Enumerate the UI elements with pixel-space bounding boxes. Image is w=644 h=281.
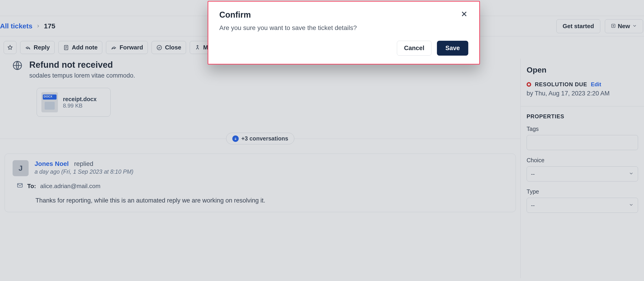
cancel-button[interactable]: Cancel bbox=[397, 41, 432, 56]
modal-message: Are you sure you want to save the ticket… bbox=[219, 24, 468, 32]
modal-close-button[interactable] bbox=[460, 10, 468, 20]
close-icon bbox=[460, 10, 468, 18]
confirm-modal: Confirm Are you sure you want to save th… bbox=[208, 1, 480, 64]
save-button[interactable]: Save bbox=[437, 41, 468, 56]
modal-title: Confirm bbox=[219, 10, 251, 20]
